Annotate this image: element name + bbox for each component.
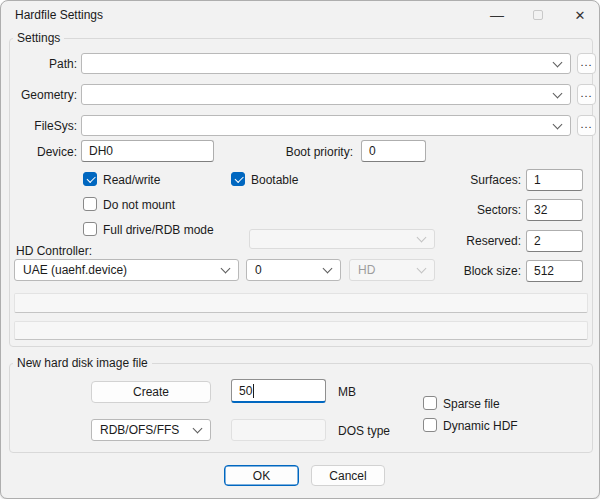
hardfile-info-bar-2	[14, 321, 588, 340]
chevron-down-icon	[193, 424, 203, 434]
chevron-down-icon	[553, 57, 563, 67]
geometry-browse-button[interactable]: ...	[577, 84, 596, 105]
close-icon: ✕	[575, 8, 586, 23]
boot-priority-input[interactable]: 0	[361, 140, 426, 162]
chevron-down-icon	[553, 119, 563, 129]
minimize-button[interactable]: —	[481, 1, 513, 29]
path-label: Path:	[19, 57, 77, 71]
size-value: 50	[239, 384, 252, 398]
hd-controller-label: HD Controller:	[16, 244, 92, 258]
ok-button-label: OK	[253, 469, 270, 483]
maximize-icon	[533, 10, 543, 20]
path-combobox[interactable]	[81, 53, 571, 74]
surfaces-label: Surfaces:	[411, 173, 521, 187]
dynamic-hdf-checkbox[interactable]	[423, 418, 437, 432]
ellipsis-icon: ...	[580, 56, 592, 68]
size-unit-label: MB	[338, 385, 356, 399]
ellipsis-icon: ...	[580, 118, 592, 130]
hd-controller-value: UAE (uaehf.device)	[23, 263, 127, 277]
filesystem-combobox[interactable]: RDB/OFS/FFS	[91, 419, 211, 441]
dos-type-label: DOS type	[338, 424, 390, 438]
read-write-checkbox[interactable]	[83, 172, 97, 186]
device-value: DH0	[89, 144, 113, 158]
dos-type-input	[231, 419, 326, 441]
new-file-group-label: New hard disk image file	[13, 356, 152, 370]
device-input[interactable]: DH0	[81, 140, 214, 162]
filesystem-value: RDB/OFS/FFS	[100, 423, 179, 437]
ellipsis-icon: ...	[580, 87, 592, 99]
path-browse-button[interactable]: ...	[577, 53, 596, 74]
hd-controller-combobox[interactable]: UAE (uaehf.device)	[14, 259, 239, 281]
filesys-browse-button[interactable]: ...	[577, 115, 596, 136]
minimize-icon: —	[490, 7, 504, 23]
geometry-combobox[interactable]	[81, 84, 571, 105]
surfaces-value: 1	[534, 173, 541, 187]
surfaces-input[interactable]: 1	[526, 169, 583, 191]
bootable-label: Bootable	[251, 173, 298, 187]
controller-unit-value: 0	[255, 263, 262, 277]
read-write-label: Read/write	[103, 173, 160, 187]
hardfile-settings-dialog: Hardfile Settings — ✕ Settings Path: ...…	[0, 0, 600, 499]
sectors-label: Sectors:	[411, 203, 521, 217]
settings-group-label: Settings	[13, 31, 64, 45]
dynamic-hdf-label: Dynamic HDF	[443, 419, 518, 433]
filesys-combobox[interactable]	[81, 115, 571, 136]
reserved-value: 2	[534, 234, 541, 248]
do-not-mount-checkbox[interactable]	[83, 197, 97, 211]
chevron-down-icon	[323, 264, 333, 274]
controller-unit-combobox[interactable]: 0	[246, 259, 341, 281]
full-drive-rdb-checkbox[interactable]	[83, 222, 97, 236]
filesys-label: FileSys:	[19, 119, 77, 133]
sectors-input[interactable]: 32	[526, 199, 583, 221]
boot-priority-value: 0	[369, 144, 376, 158]
create-button-label: Create	[133, 385, 169, 399]
size-input[interactable]: 50	[231, 379, 326, 403]
bootable-checkbox[interactable]	[231, 172, 245, 186]
sectors-value: 32	[534, 203, 547, 217]
do-not-mount-label: Do not mount	[103, 198, 175, 212]
sparse-file-checkbox[interactable]	[423, 396, 437, 410]
reserved-input[interactable]: 2	[526, 230, 583, 252]
device-label: Device:	[19, 145, 77, 159]
rdb-dostype-combobox	[249, 229, 435, 249]
chevron-down-icon	[221, 264, 231, 274]
boot-priority-label: Boot priority:	[251, 145, 353, 159]
chevron-down-icon	[417, 233, 427, 243]
block-size-input[interactable]: 512	[526, 260, 583, 282]
window-title: Hardfile Settings	[15, 8, 103, 22]
controller-type-combobox: HD	[349, 259, 435, 281]
maximize-button	[522, 1, 554, 29]
ok-button[interactable]: OK	[224, 465, 299, 486]
text-caret	[253, 384, 254, 398]
titlebar: Hardfile Settings — ✕	[1, 1, 599, 29]
create-button[interactable]: Create	[91, 381, 211, 403]
cancel-button[interactable]: Cancel	[311, 465, 385, 486]
geometry-label: Geometry:	[19, 88, 77, 102]
sparse-file-label: Sparse file	[443, 397, 500, 411]
cancel-button-label: Cancel	[329, 469, 366, 483]
full-drive-rdb-label: Full drive/RDB mode	[103, 223, 214, 237]
block-size-value: 512	[534, 264, 554, 278]
chevron-down-icon	[417, 264, 427, 274]
chevron-down-icon	[553, 88, 563, 98]
hardfile-info-bar-1	[14, 293, 588, 313]
controller-type-value: HD	[358, 263, 375, 277]
close-button[interactable]: ✕	[563, 1, 597, 29]
